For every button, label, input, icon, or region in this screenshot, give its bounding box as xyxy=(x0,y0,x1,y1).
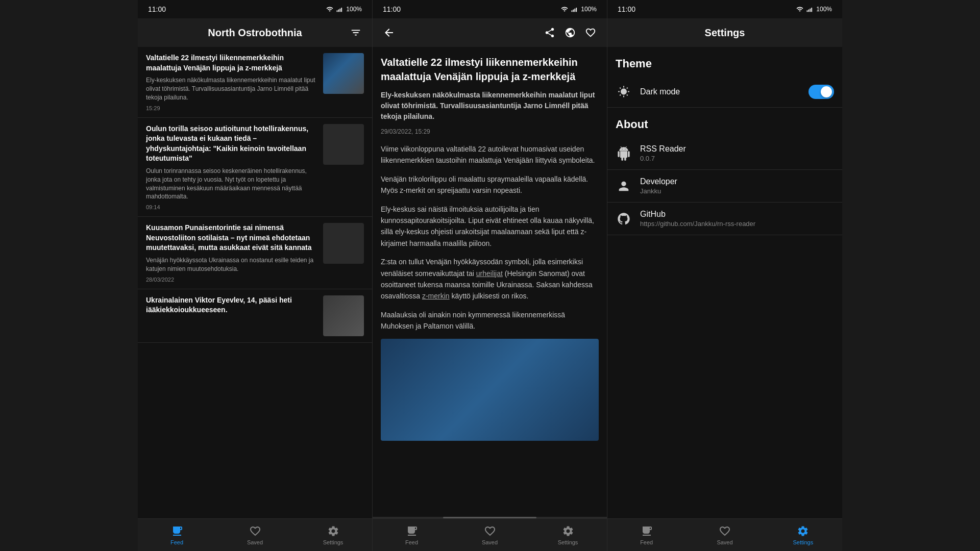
nav-feed-label-1: Feed xyxy=(170,539,183,545)
news-item-3[interactable]: Kuusamon Punaisentorintie sai nimensä Ne… xyxy=(138,217,372,289)
news-summary-2: Oulun torinrannassa seisoo keskeneräinen… xyxy=(146,167,317,201)
rss-reader-item[interactable]: RSS Reader 0.0.7 xyxy=(607,137,842,170)
news-thumb-1 xyxy=(323,53,364,94)
news-thumb-2 xyxy=(323,124,364,165)
wifi-icon-3 xyxy=(796,6,804,13)
settings-icon-3 xyxy=(797,525,809,537)
article-para-4: Z:sta on tullut Venäjän hyökkäyssodän sy… xyxy=(381,256,599,302)
news-thumb-4 xyxy=(323,295,364,336)
svg-rect-9 xyxy=(808,10,810,12)
svg-rect-11 xyxy=(812,8,813,12)
news-thumb-3 xyxy=(323,223,364,264)
nav-saved-2[interactable]: Saved xyxy=(451,519,529,551)
nav-feed-1[interactable]: Feed xyxy=(138,519,216,551)
github-url: https://github.com/Jankku/rn-rss-reader xyxy=(640,220,834,228)
bottom-nav-3: Feed Saved Settings xyxy=(607,518,842,551)
wifi-icon-2 xyxy=(560,6,569,13)
article-app-bar xyxy=(373,18,607,47)
feed-icon-2 xyxy=(406,525,418,537)
nav-saved-3[interactable]: Saved xyxy=(685,519,764,551)
news-item-4[interactable]: Ukrainalainen Viktor Eyevlev, 14, pääsi … xyxy=(138,289,372,343)
status-bar-3: 11:00 100% xyxy=(607,0,842,18)
nav-saved-label-2: Saved xyxy=(482,539,498,545)
nav-feed-3[interactable]: Feed xyxy=(607,519,685,551)
news-summary-1: Ely-keskuksen näkökulmasta liikennemerkk… xyxy=(146,76,317,102)
share-button[interactable] xyxy=(542,24,558,41)
article-view: Valtatielle 22 ilmestyi liikennemerkkeih… xyxy=(373,47,607,517)
app-bar-1: North Ostrobothnia xyxy=(138,18,372,47)
settings-view: Theme Dark mode About xyxy=(607,47,842,518)
dark-mode-label: Dark mode xyxy=(640,87,800,96)
article-summary: Ely-keskuksen näkökulmasta liikennemerkk… xyxy=(381,90,599,122)
phones-container: 11:00 100% North Ostrobothnia Valtatiell… xyxy=(0,0,980,551)
settings-icon-2 xyxy=(562,525,574,537)
scroll-thumb-2 xyxy=(443,517,537,518)
news-title-4: Ukrainalainen Viktor Eyevlev, 14, pääsi … xyxy=(146,295,317,315)
news-content-2: Oulun torilla seisoo autioitunut hotelli… xyxy=(146,124,317,211)
wifi-icon xyxy=(326,6,334,13)
nav-saved-label-1: Saved xyxy=(247,539,263,545)
heart-button[interactable] xyxy=(582,24,599,41)
github-content: GitHub https://github.com/Jankku/rn-rss-… xyxy=(640,210,834,228)
article-action-icons xyxy=(542,24,599,41)
svg-rect-8 xyxy=(807,10,808,12)
svg-rect-0 xyxy=(337,10,338,12)
news-title-2: Oulun torilla seisoo autioitunut hotelli… xyxy=(146,124,317,164)
person-icon xyxy=(616,178,632,194)
back-button[interactable] xyxy=(381,24,397,41)
nav-settings-3[interactable]: Settings xyxy=(764,519,842,551)
theme-section-title: Theme xyxy=(607,47,842,77)
dark-mode-toggle[interactable] xyxy=(808,85,834,99)
news-title-3: Kuusamon Punaisentorintie sai nimensä Ne… xyxy=(146,223,317,253)
about-section-title: About xyxy=(607,108,842,137)
article-para-3: Ely-keskus sai näistä ilmoituksia autoil… xyxy=(381,204,599,249)
developer-name: Jankku xyxy=(640,187,834,195)
nav-feed-2[interactable]: Feed xyxy=(373,519,451,551)
dark-mode-content: Dark mode xyxy=(640,87,800,96)
status-bar-1: 11:00 100% xyxy=(138,0,372,18)
news-item-1[interactable]: Valtatielle 22 ilmestyi liikennemerkkeih… xyxy=(138,47,372,118)
svg-rect-7 xyxy=(576,8,577,12)
signal-icon-3 xyxy=(806,6,814,13)
news-list: Valtatielle 22 ilmestyi liikennemerkkeih… xyxy=(138,47,372,518)
article-para-1: Viime viikonloppuna valtatiellä 22 autoi… xyxy=(381,143,599,166)
app-title-3: Settings xyxy=(616,27,834,39)
feed-icon-3 xyxy=(641,525,653,537)
news-time-2: 09:14 xyxy=(146,204,317,210)
nav-feed-label-3: Feed xyxy=(640,539,653,545)
globe-button[interactable] xyxy=(562,24,578,41)
status-time-2: 11:00 xyxy=(383,5,401,13)
saved-icon-1 xyxy=(249,525,261,537)
svg-rect-3 xyxy=(341,8,342,12)
filter-icon[interactable] xyxy=(348,24,364,41)
nav-saved-1[interactable]: Saved xyxy=(216,519,294,551)
developer-item[interactable]: Developer Jankku xyxy=(607,170,842,203)
news-item-2[interactable]: Oulun torilla seisoo autioitunut hotelli… xyxy=(138,118,372,217)
nav-feed-label-2: Feed xyxy=(405,539,418,545)
zmerkin-link[interactable]: z-merkin xyxy=(422,292,450,300)
nav-settings-label-2: Settings xyxy=(558,539,578,545)
news-title-1: Valtatielle 22 ilmestyi liikennemerkkeih… xyxy=(146,53,317,73)
rss-reader-version: 0.0.7 xyxy=(640,155,834,162)
app-title-1: North Ostrobothnia xyxy=(162,27,348,39)
feed-icon-1 xyxy=(171,525,183,537)
nav-settings-1[interactable]: Settings xyxy=(294,519,372,551)
status-time-3: 11:00 xyxy=(618,5,635,13)
toggle-knob xyxy=(821,86,832,97)
svg-rect-4 xyxy=(572,10,573,12)
status-time-1: 11:00 xyxy=(148,5,166,13)
nav-settings-label-3: Settings xyxy=(793,539,813,545)
battery-text-3: 100% xyxy=(816,6,832,13)
nav-saved-label-3: Saved xyxy=(717,539,732,545)
news-content-3: Kuusamon Punaisentorintie sai nimensä Ne… xyxy=(146,223,317,282)
svg-rect-2 xyxy=(340,9,341,12)
nav-settings-2[interactable]: Settings xyxy=(529,519,607,551)
svg-rect-6 xyxy=(575,9,576,12)
urheilijat-link[interactable]: urheilijat xyxy=(476,269,503,278)
article-image xyxy=(381,339,599,441)
dark-mode-item[interactable]: Dark mode xyxy=(607,77,842,108)
article-title: Valtatielle 22 ilmestyi liikennemerkkeih… xyxy=(381,55,599,84)
svg-rect-10 xyxy=(810,9,811,12)
github-item[interactable]: GitHub https://github.com/Jankku/rn-rss-… xyxy=(607,203,842,235)
svg-rect-1 xyxy=(338,10,339,12)
